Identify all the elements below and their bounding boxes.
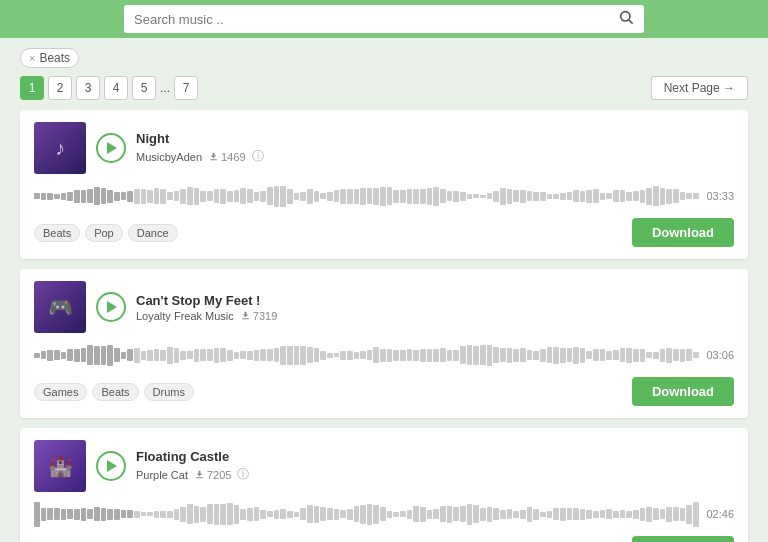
play-triangle-icon-3 xyxy=(107,460,117,472)
pagination-row: 1 2 3 4 5 ... 7 Next Page → xyxy=(20,76,748,100)
filter-tag-beats[interactable]: × Beats xyxy=(20,48,79,68)
music-note-icon: ♪ xyxy=(55,137,65,160)
track-card-3: 🏰 Floating Castle Purple Cat 7205 ⓘ xyxy=(20,428,748,542)
filter-remove-icon[interactable]: × xyxy=(29,52,35,64)
track-card-1: ♪ Night MusicbyAden 1469 ⓘ 03:3 xyxy=(20,110,748,259)
track-downloads-3: 7205 xyxy=(194,469,231,481)
waveform-2[interactable] xyxy=(34,341,698,369)
track-duration-2: 03:06 xyxy=(706,349,734,361)
play-button-1[interactable] xyxy=(96,133,126,163)
track-bottom-1: Beats Pop Dance Download xyxy=(34,218,734,247)
track-duration-3: 02:46 xyxy=(706,508,734,520)
track-bottom-2: Games Beats Drums Download xyxy=(34,377,734,406)
search-input[interactable] xyxy=(134,12,618,27)
track-artist-1: MusicbyAden xyxy=(136,151,202,163)
play-triangle-icon xyxy=(107,142,117,154)
waveform-row-3: 02:46 xyxy=(34,500,734,528)
page-button-5[interactable]: 5 xyxy=(132,76,156,100)
track-meta-2: Loyalty Freak Music 7319 xyxy=(136,310,734,322)
waveform-row-1: 03:33 xyxy=(34,182,734,210)
page-button-1[interactable]: 1 xyxy=(20,76,44,100)
next-page-button[interactable]: Next Page → xyxy=(651,76,748,100)
play-button-2[interactable] xyxy=(96,292,126,322)
waveform-row-2: 03:06 xyxy=(34,341,734,369)
track-title-3: Floating Castle xyxy=(136,449,734,464)
play-button-3[interactable] xyxy=(96,451,126,481)
track-thumbnail-1: ♪ xyxy=(34,122,86,174)
track-info-1: Night MusicbyAden 1469 ⓘ xyxy=(136,131,734,165)
castle-icon: 🏰 xyxy=(48,454,73,478)
page-button-4[interactable]: 4 xyxy=(104,76,128,100)
download-button-3[interactable]: Download xyxy=(632,536,734,542)
tag-beats-2[interactable]: Beats xyxy=(92,383,138,401)
track-info-3: Floating Castle Purple Cat 7205 ⓘ xyxy=(136,449,734,483)
download-button-2[interactable]: Download xyxy=(632,377,734,406)
play-triangle-icon-2 xyxy=(107,301,117,313)
page-button-3[interactable]: 3 xyxy=(76,76,100,100)
track-bottom-3: Beats Sad Nostalgia Download xyxy=(34,536,734,542)
header xyxy=(0,0,768,38)
page-list: 1 2 3 4 5 ... 7 xyxy=(20,76,198,100)
main-content: × Beats 1 2 3 4 5 ... 7 Next Page → ♪ xyxy=(0,38,768,542)
search-bar xyxy=(124,5,644,33)
track-artist-2: Loyalty Freak Music xyxy=(136,310,234,322)
tag-beats-1[interactable]: Beats xyxy=(34,224,80,242)
track-thumbnail-2: 🎮 xyxy=(34,281,86,333)
tag-drums-2[interactable]: Drums xyxy=(144,383,194,401)
track-top-2: 🎮 Can't Stop My Feet ! Loyalty Freak Mus… xyxy=(34,281,734,333)
track-meta-1: MusicbyAden 1469 ⓘ xyxy=(136,148,734,165)
svg-point-0 xyxy=(621,12,630,21)
search-icon[interactable] xyxy=(618,9,634,29)
tag-games-2[interactable]: Games xyxy=(34,383,87,401)
info-icon-3[interactable]: ⓘ xyxy=(237,466,249,483)
track-top-3: 🏰 Floating Castle Purple Cat 7205 ⓘ xyxy=(34,440,734,492)
track-thumbnail-3: 🏰 xyxy=(34,440,86,492)
track-card-2: 🎮 Can't Stop My Feet ! Loyalty Freak Mus… xyxy=(20,269,748,418)
filter-row: × Beats xyxy=(20,48,748,68)
tag-dance-1[interactable]: Dance xyxy=(128,224,178,242)
tag-pop-1[interactable]: Pop xyxy=(85,224,123,242)
waveform-1[interactable] xyxy=(34,182,698,210)
tag-list-1: Beats Pop Dance xyxy=(34,224,178,242)
track-downloads-1: 1469 xyxy=(208,151,245,163)
page-button-2[interactable]: 2 xyxy=(48,76,72,100)
page-button-7[interactable]: 7 xyxy=(174,76,198,100)
track-title-1: Night xyxy=(136,131,734,146)
filter-tag-label: Beats xyxy=(39,51,70,65)
waveform-3[interactable] xyxy=(34,500,698,528)
gamepad-icon: 🎮 xyxy=(48,295,73,319)
track-downloads-2: 7319 xyxy=(240,310,277,322)
track-meta-3: Purple Cat 7205 ⓘ xyxy=(136,466,734,483)
track-info-2: Can't Stop My Feet ! Loyalty Freak Music… xyxy=(136,293,734,322)
track-duration-1: 03:33 xyxy=(706,190,734,202)
track-title-2: Can't Stop My Feet ! xyxy=(136,293,734,308)
info-icon-1[interactable]: ⓘ xyxy=(252,148,264,165)
track-top-1: ♪ Night MusicbyAden 1469 ⓘ xyxy=(34,122,734,174)
tag-list-2: Games Beats Drums xyxy=(34,383,194,401)
svg-line-1 xyxy=(629,20,633,24)
page-dots: ... xyxy=(160,81,170,95)
download-button-1[interactable]: Download xyxy=(632,218,734,247)
track-artist-3: Purple Cat xyxy=(136,469,188,481)
